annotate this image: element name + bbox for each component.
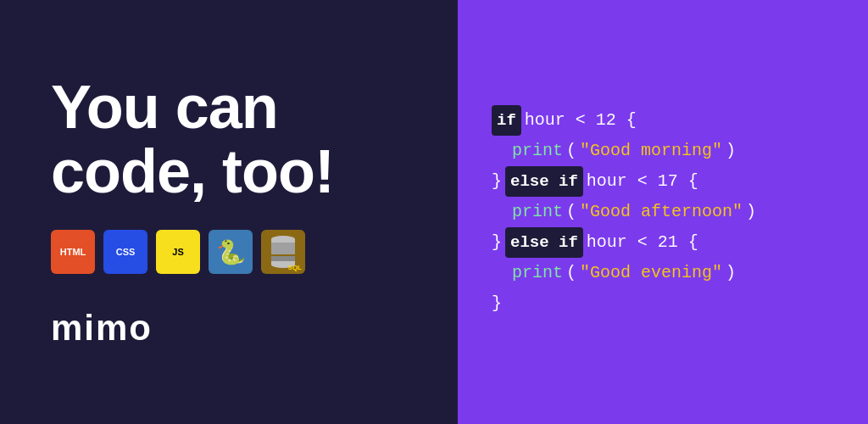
plain-code: ( [566,258,576,288]
css-icon: CSS [103,230,147,274]
plain-code: hour < 12 { [525,105,637,136]
tech-icons-row: HTML CSS JS 🐍 SQL [51,230,407,274]
js-icon: JS [156,230,200,274]
code-line-line7: } [492,288,834,319]
sql-icon: SQL [261,230,305,274]
keyword-badge: if [492,105,521,136]
code-line-line2: print ("Good morning") [512,136,834,166]
plain-code: } [492,288,502,319]
keyword-badge: else if [505,227,583,258]
code-line-line4: print ("Good afternoon") [512,197,834,227]
code-line-line5: } else if hour < 21 { [492,227,834,258]
plain-code: } [492,166,502,197]
plain-code: } [492,227,502,258]
string-value: "Good morning" [580,136,722,166]
plain-code: ( [566,197,576,227]
code-block: if hour < 12 {print ("Good morning")} el… [492,105,834,320]
code-line-line1: if hour < 12 { [492,105,834,136]
string-value: "Good afternoon" [580,197,743,227]
html-icon: HTML [51,230,95,274]
string-value: "Good evening" [580,258,722,288]
headline-line1: You can [51,73,278,141]
mimo-logo: mimo [51,308,407,349]
svg-text:🐍: 🐍 [216,238,246,266]
code-line-line3: } else if hour < 17 { [492,166,834,197]
keyword-badge: else if [505,166,583,197]
left-panel: You can code, too! HTML CSS JS 🐍 SQL mim… [0,0,458,424]
plain-code: hour < 21 { [587,227,698,258]
python-icon: 🐍 [209,230,253,274]
right-panel: if hour < 12 {print ("Good morning")} el… [458,0,868,424]
plain-code: hour < 17 { [587,166,698,197]
code-line-line6: print ("Good evening") [512,258,834,288]
headline-line2: code, too! [51,137,334,205]
plain-code: ( [566,136,576,166]
function-name: print [512,258,563,288]
function-name: print [512,197,563,227]
headline: You can code, too! [51,75,407,204]
plain-code: ) [726,136,736,166]
function-name: print [512,136,563,166]
plain-code: ) [746,197,756,227]
plain-code: ) [726,258,736,288]
